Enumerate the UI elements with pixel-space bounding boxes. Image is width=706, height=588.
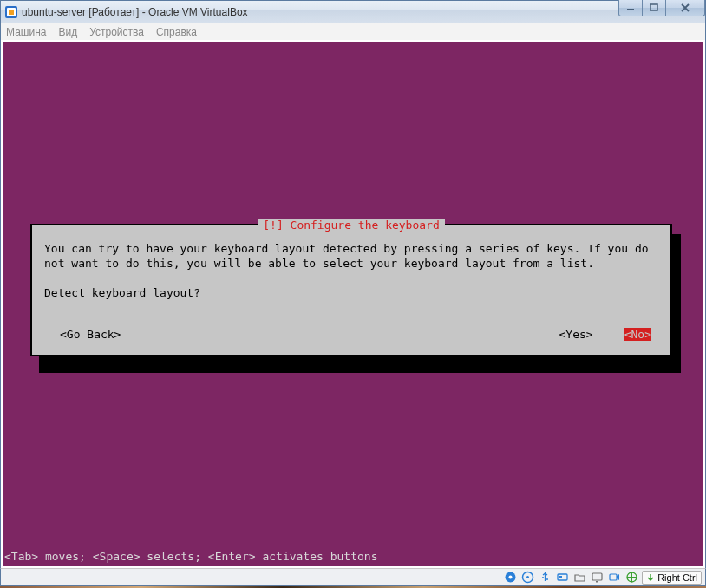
menu-help[interactable]: Справка xyxy=(156,26,197,38)
video-capture-icon[interactable] xyxy=(607,571,621,585)
svg-rect-4 xyxy=(650,4,657,10)
console-frame: [!] Configure the keyboard You can try t… xyxy=(0,40,706,568)
no-button[interactable]: <No> xyxy=(624,328,651,341)
svg-rect-2 xyxy=(9,10,14,15)
usb-icon[interactable] xyxy=(538,571,552,585)
arrow-down-icon xyxy=(646,573,655,582)
virtualbox-icon xyxy=(4,5,18,19)
vm-console[interactable]: [!] Configure the keyboard You can try t… xyxy=(3,42,703,566)
menu-view[interactable]: Вид xyxy=(58,26,77,38)
statusbar: Right Ctrl xyxy=(0,568,706,586)
host-key-label: Right Ctrl xyxy=(657,572,697,583)
host-key-indicator[interactable]: Right Ctrl xyxy=(642,571,702,585)
svg-rect-3 xyxy=(627,9,634,10)
svg-point-8 xyxy=(526,576,529,578)
dialog-body: You can try to have your keyboard layout… xyxy=(44,241,658,300)
minimize-button[interactable] xyxy=(618,0,643,16)
svg-rect-12 xyxy=(596,581,598,583)
window-title: ubuntu-server [Работает] - Oracle VM Vir… xyxy=(22,6,619,18)
yes-button[interactable]: <Yes> xyxy=(559,328,593,341)
svg-rect-9 xyxy=(558,574,567,580)
menu-machine[interactable]: Машина xyxy=(6,26,46,38)
svg-rect-10 xyxy=(559,576,562,578)
svg-rect-11 xyxy=(592,573,602,580)
mouse-integration-icon[interactable] xyxy=(624,571,638,585)
optical-disk-icon[interactable] xyxy=(520,571,534,585)
display-icon[interactable] xyxy=(590,571,604,585)
close-button[interactable] xyxy=(665,0,705,16)
window-titlebar: ubuntu-server [Работает] - Oracle VM Vir… xyxy=(0,0,706,23)
hard-disk-icon[interactable] xyxy=(503,571,517,585)
window-controls xyxy=(619,0,705,16)
footer-hint: <Tab> moves; <Space> selects; <Enter> ac… xyxy=(4,550,377,563)
installer-dialog: [!] Configure the keyboard You can try t… xyxy=(30,224,672,356)
menubar: Машина Вид Устройства Справка xyxy=(0,23,706,40)
go-back-button[interactable]: <Go Back> xyxy=(60,328,121,341)
svg-rect-13 xyxy=(610,574,617,580)
svg-point-6 xyxy=(508,576,512,579)
dialog-title: [!] Configure the keyboard xyxy=(258,219,445,232)
menu-devices[interactable]: Устройства xyxy=(89,26,144,38)
maximize-button[interactable] xyxy=(642,0,666,16)
network-icon[interactable] xyxy=(555,571,569,585)
shared-folders-icon[interactable] xyxy=(572,571,586,585)
dialog-buttons: <Go Back> <Yes> <No> xyxy=(44,328,658,341)
